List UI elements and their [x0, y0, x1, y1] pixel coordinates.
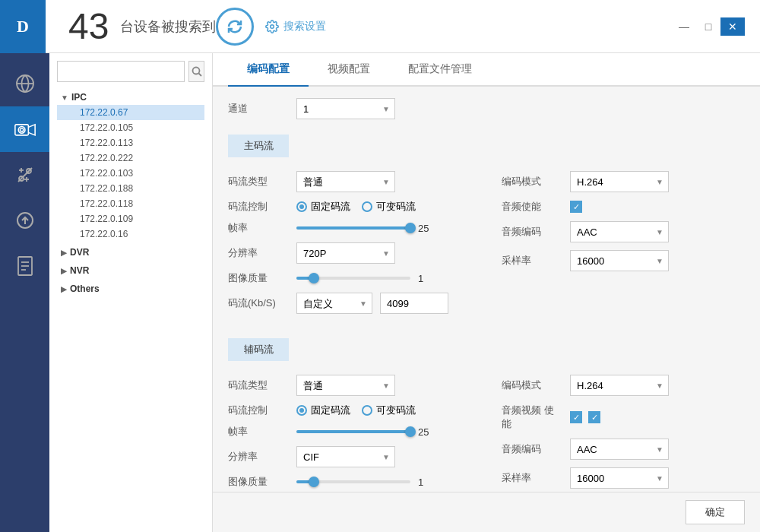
main-framerate-row: 帧率 25 — [228, 221, 471, 235]
sub-encode-mode-row: 编码模式 H.264H.265 ▼ — [502, 375, 745, 396]
close-button[interactable]: ✕ — [720, 17, 745, 36]
ipc-item-2[interactable]: 172.22.0.113 — [57, 135, 204, 150]
sidebar-item-tools[interactable] — [0, 152, 49, 198]
main-resolution-input[interactable]: 720P1080PD1CIF — [303, 248, 388, 259]
dvr-group-header[interactable]: ▶ DVR — [57, 245, 204, 260]
ipc-expand-icon: ▼ — [61, 93, 68, 102]
sub-quality-slider-container: 1 — [296, 477, 437, 488]
channel-select[interactable]: 1 ▼ — [296, 98, 395, 119]
ipc-group-header[interactable]: ▼ IPC — [57, 90, 204, 105]
minimize-button[interactable]: — — [672, 17, 696, 36]
sidebar-item-docs[interactable] — [0, 243, 49, 289]
main-audio-enable-label: 音频使能 — [502, 200, 562, 214]
sub-variable-radio[interactable]: 可变码流 — [362, 404, 416, 417]
main-resolution-select[interactable]: 720P1080PD1CIF ▼ — [296, 242, 395, 264]
main-quality-track[interactable] — [296, 277, 410, 280]
search-input[interactable] — [57, 61, 185, 82]
device-tree: ▼ IPC 172.22.0.67172.22.0.105172.22.0.11… — [57, 90, 204, 524]
main-stream-left: 码流类型 普通移动侦测报警 ▼ 码流控制 — [228, 171, 471, 321]
main-sample-rate-row: 采样率 16000800044100 ▼ — [502, 250, 745, 271]
main-framerate-track[interactable] — [296, 226, 410, 230]
sub-sample-rate-select[interactable]: 160008000 ▼ — [570, 467, 669, 489]
main-framerate-fill — [296, 226, 410, 230]
tab-encode[interactable]: 编码配置 — [228, 53, 309, 87]
sub-stream-header: 辅码流 — [228, 338, 289, 361]
main-framerate-label: 帧率 — [228, 221, 289, 235]
others-group-header[interactable]: ▶ Others — [57, 281, 204, 296]
sub-av-enable-label: 音频视频 使能 — [502, 404, 562, 431]
main-bitrate-value-input[interactable] — [380, 293, 448, 314]
main-encode-mode-input[interactable]: H.264H.265MJPEG — [577, 176, 662, 188]
sidebar-item-upload[interactable] — [0, 198, 49, 243]
window-controls: — □ ✕ — [672, 17, 745, 36]
main-stream-type-label: 码流类型 — [228, 175, 289, 188]
main-sample-rate-select[interactable]: 16000800044100 ▼ — [570, 250, 669, 271]
main-stream-control-row: 码流控制 固定码流 可变码流 — [228, 200, 471, 214]
sub-sample-rate-label: 采样率 — [502, 471, 562, 485]
main-audio-encode-select[interactable]: AACG711AG711U ▼ — [570, 221, 669, 242]
sub-fixed-radio[interactable]: 固定码流 — [296, 404, 350, 417]
sub-stream-type-select[interactable]: 普通 ▼ — [296, 375, 395, 396]
sub-audio-enable-checkbox[interactable] — [570, 411, 582, 423]
channel-select-input[interactable]: 1 — [303, 103, 388, 115]
tab-bar: 编码配置 视频配置 配置文件管理 — [213, 53, 760, 87]
ipc-item-6[interactable]: 172.22.0.118 — [57, 196, 204, 211]
sub-video-enable-checkbox[interactable] — [588, 411, 600, 423]
main-quality-row: 图像质量 1 — [228, 271, 471, 285]
ipc-item-3[interactable]: 172.22.0.222 — [57, 150, 204, 166]
ipc-item-4[interactable]: 172.22.0.103 — [57, 166, 204, 181]
main-stream-type-select[interactable]: 普通移动侦测报警 ▼ — [296, 171, 395, 192]
ipc-item-0[interactable]: 172.22.0.67 — [57, 105, 204, 120]
sidebar-item-ip[interactable] — [0, 61, 49, 106]
main-bitrate-type-input[interactable]: 自定义 — [303, 298, 366, 309]
sub-encode-mode-select[interactable]: H.264H.265 ▼ — [570, 375, 669, 396]
main-sample-rate-input[interactable]: 16000800044100 — [577, 255, 662, 267]
refresh-button[interactable] — [216, 8, 254, 46]
sub-encode-mode-input[interactable]: H.264H.265 — [577, 380, 662, 391]
sub-stream-left: 码流类型 普通 ▼ 码流控制 — [228, 375, 471, 492]
main-variable-radio[interactable]: 可变码流 — [362, 200, 416, 214]
sub-stream-type-row: 码流类型 普通 ▼ — [228, 375, 471, 396]
main-encode-mode-select[interactable]: H.264H.265MJPEG ▼ — [570, 171, 669, 192]
search-settings-button[interactable]: 搜索设置 — [265, 20, 326, 33]
main-audio-enable-checkbox[interactable] — [570, 201, 582, 213]
ipc-item-8[interactable]: 172.22.0.16 — [57, 226, 204, 242]
dvr-label: DVR — [70, 247, 89, 258]
main-quality-thumb[interactable] — [309, 273, 319, 283]
main-fixed-label: 固定码流 — [311, 200, 350, 214]
device-panel: ▼ IPC 172.22.0.67172.22.0.105172.22.0.11… — [49, 53, 213, 532]
main-bitrate-select[interactable]: 自定义 ▼ — [296, 293, 372, 314]
sub-audio-encode-input[interactable]: AACG711A — [577, 444, 662, 455]
ipc-item-1[interactable]: 172.22.0.105 — [57, 120, 204, 135]
sub-audio-encode-select[interactable]: AACG711A ▼ — [570, 439, 669, 460]
tab-file[interactable]: 配置文件管理 — [389, 53, 491, 87]
svg-point-5 — [20, 128, 23, 131]
main-fixed-radio[interactable]: 固定码流 — [296, 200, 350, 214]
main-stream-type-input[interactable]: 普通移动侦测报警 — [303, 176, 388, 188]
sub-resolution-select[interactable]: CIFD1720P ▼ — [296, 446, 395, 467]
main-framerate-thumb[interactable] — [405, 223, 416, 233]
sub-stream-config: 码流类型 普通 ▼ 码流控制 — [228, 375, 745, 492]
others-group: ▶ Others — [57, 281, 204, 296]
ipc-item-7[interactable]: 172.22.0.109 — [57, 211, 204, 226]
sub-sample-rate-input[interactable]: 160008000 — [577, 473, 662, 484]
search-button[interactable] — [188, 61, 204, 82]
main-audio-encode-input[interactable]: AACG711AG711U — [577, 226, 662, 238]
nvr-expand-icon: ▶ — [61, 267, 67, 275]
sidebar-item-camera[interactable] — [0, 106, 49, 152]
sub-quality-thumb[interactable] — [309, 477, 319, 487]
sub-quality-track[interactable] — [296, 480, 410, 483]
sub-sample-rate-row: 采样率 160008000 ▼ — [502, 467, 745, 489]
nvr-group-header[interactable]: ▶ NVR — [57, 263, 204, 278]
ipc-item-5[interactable]: 172.22.0.188 — [57, 181, 204, 196]
main-quality-slider-container: 1 — [296, 273, 437, 284]
sub-fixed-radio-icon — [296, 405, 307, 416]
sub-resolution-input[interactable]: CIFD1720P — [303, 451, 388, 463]
sub-encode-mode-label: 编码模式 — [502, 378, 562, 392]
maximize-button[interactable]: □ — [696, 17, 720, 36]
confirm-button[interactable]: 确定 — [686, 500, 745, 524]
tab-video[interactable]: 视频配置 — [309, 53, 389, 87]
sub-stream-type-input[interactable]: 普通 — [303, 380, 388, 391]
sub-framerate-track[interactable] — [296, 430, 410, 433]
sub-framerate-thumb[interactable] — [405, 426, 416, 437]
